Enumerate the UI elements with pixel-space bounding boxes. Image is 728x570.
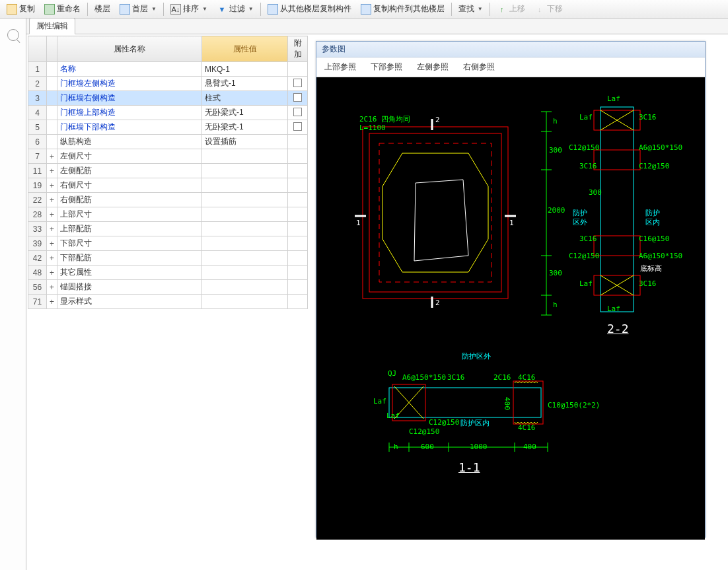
property-value[interactable]: [202, 164, 288, 178]
extra-checkbox-cell[interactable]: [288, 91, 308, 106]
table-row[interactable]: 3门框墙右侧构造柱式: [28, 91, 308, 106]
table-row[interactable]: 7+左侧尺寸: [28, 149, 308, 164]
table-row[interactable]: 19+右侧尺寸: [28, 178, 308, 193]
table-row[interactable]: 5门框墙下部构造无卧梁式-1: [28, 120, 308, 135]
table-row[interactable]: 28+上部尺寸: [28, 207, 308, 222]
tab-property-edit[interactable]: 属性编辑: [29, 18, 75, 34]
diagram-title: 参数图: [316, 42, 705, 57]
property-value[interactable]: [202, 280, 288, 295]
diagram-tab-right[interactable]: 右侧参照: [460, 60, 497, 74]
property-value[interactable]: 柱式: [202, 91, 288, 106]
property-value[interactable]: 设置插筋: [202, 135, 288, 149]
main-toolbar: 复制 重命名 楼层 首层▼ A↓排序▼ ▼过滤▼ 从其他楼层复制构件 复制构件到…: [0, 0, 728, 18]
table-row[interactable]: 11+左侧配筋: [28, 164, 308, 178]
property-value[interactable]: [202, 266, 288, 280]
sort-button[interactable]: A↓排序▼: [166, 2, 211, 16]
property-panel: 属性名称 属性值 附加 1名称MKQ-12门框墙左侧构造悬臂式-13门框墙右侧构…: [26, 34, 309, 570]
table-row[interactable]: 22+右侧配筋: [28, 193, 308, 207]
checkbox-icon[interactable]: [293, 93, 302, 102]
table-row[interactable]: 42+下部配筋: [28, 251, 308, 266]
expand-toggle[interactable]: +: [47, 193, 57, 207]
row-number: 2: [28, 77, 47, 91]
row-number: 39: [28, 236, 47, 251]
expand-toggle[interactable]: +: [47, 251, 57, 266]
copy-from-floor-button[interactable]: 从其他楼层复制构件: [264, 2, 355, 16]
row-number: 1: [28, 62, 47, 77]
property-value[interactable]: 无卧梁式-1: [202, 120, 288, 135]
table-row[interactable]: 6纵筋构造设置插筋: [28, 135, 308, 149]
diagram-tab-bar: 上部参照 下部参照 左侧参照 右侧参照: [316, 57, 705, 77]
property-value[interactable]: [202, 149, 288, 164]
row-number: 56: [28, 280, 47, 295]
property-value[interactable]: [202, 193, 288, 207]
copy-button[interactable]: 复制: [3, 2, 39, 16]
property-name: 锚固搭接: [57, 280, 202, 295]
floor-select[interactable]: 首层▼: [116, 2, 161, 16]
expand-toggle[interactable]: +: [47, 266, 57, 280]
table-row[interactable]: 1名称MKQ-1: [28, 62, 308, 77]
expand-toggle[interactable]: +: [47, 178, 57, 193]
checkbox-icon[interactable]: [293, 122, 302, 131]
extra-checkbox-cell[interactable]: [288, 120, 308, 135]
move-down-button[interactable]: ↓下移: [530, 2, 567, 16]
row-number: 7: [28, 149, 47, 164]
extra-checkbox-cell: [288, 62, 308, 77]
property-name: 其它属性: [57, 266, 202, 280]
extra-checkbox-cell[interactable]: [288, 106, 308, 120]
checkbox-icon[interactable]: [293, 79, 302, 87]
extra-checkbox-cell: [288, 295, 308, 309]
row-number: 4: [28, 106, 47, 120]
property-value[interactable]: [202, 295, 288, 309]
diagram-tab-bottom[interactable]: 下部参照: [368, 60, 405, 74]
copy-icon: [7, 4, 17, 15]
row-number: 3: [28, 91, 47, 106]
expand-toggle[interactable]: +: [47, 280, 57, 295]
svg-rect-1: [369, 133, 501, 292]
arrow-down-icon: ↓: [534, 4, 545, 15]
property-value[interactable]: [202, 251, 288, 266]
row-number: 71: [28, 295, 47, 309]
property-value[interactable]: MKQ-1: [202, 62, 288, 77]
table-row[interactable]: 48+其它属性: [28, 266, 308, 280]
col-header-name: 属性名称: [57, 36, 202, 62]
property-value[interactable]: 无卧梁式-1: [202, 106, 288, 120]
svg-rect-25: [389, 388, 541, 417]
search-icon[interactable]: [7, 29, 19, 41]
property-value[interactable]: [202, 178, 288, 193]
table-row[interactable]: 4门框墙上部构造无卧梁式-1: [28, 106, 308, 120]
filter-button[interactable]: ▼过滤▼: [213, 2, 258, 16]
move-up-button[interactable]: ↑上移: [493, 2, 529, 16]
expand-toggle: [47, 106, 57, 120]
property-name: 门框墙下部构造: [57, 120, 202, 135]
table-row[interactable]: 71+显示样式: [28, 295, 308, 309]
property-name: 右侧尺寸: [57, 178, 202, 193]
tab-bar: 属性编辑: [26, 18, 728, 34]
expand-toggle[interactable]: +: [47, 164, 57, 178]
property-name: 门框墙右侧构造: [57, 91, 202, 106]
diagram-tab-left[interactable]: 左侧参照: [414, 60, 451, 74]
extra-checkbox-cell[interactable]: [288, 77, 308, 91]
expand-toggle[interactable]: +: [47, 149, 57, 164]
diagram-tab-top[interactable]: 上部参照: [322, 60, 359, 74]
copy-to-floor-button[interactable]: 复制构件到其他楼层: [357, 2, 449, 16]
property-value[interactable]: [202, 207, 288, 222]
property-value[interactable]: [202, 236, 288, 251]
side-strip: [0, 18, 26, 570]
col-header-value: 属性值: [202, 36, 288, 62]
table-row[interactable]: 33+上部配筋: [28, 222, 308, 236]
property-value[interactable]: 悬臂式-1: [202, 77, 288, 91]
property-value[interactable]: [202, 222, 288, 236]
expand-toggle[interactable]: +: [47, 207, 57, 222]
expand-toggle[interactable]: +: [47, 222, 57, 236]
expand-toggle[interactable]: +: [47, 236, 57, 251]
table-row[interactable]: 39+下部尺寸: [28, 236, 308, 251]
property-name: 门框墙上部构造: [57, 106, 202, 120]
copy-from-icon: [268, 4, 278, 15]
table-row[interactable]: 2门框墙左侧构造悬臂式-1: [28, 77, 308, 91]
find-button[interactable]: 查找▼: [455, 2, 487, 16]
expand-toggle[interactable]: +: [47, 295, 57, 309]
checkbox-icon[interactable]: [293, 108, 302, 116]
rename-button[interactable]: 重命名: [40, 2, 85, 16]
cad-drawing[interactable]: 2C16 四角均同 L=1100 2 2 1 1 h 300 2000 300 …: [316, 77, 705, 540]
table-row[interactable]: 56+锚固搭接: [28, 280, 308, 295]
